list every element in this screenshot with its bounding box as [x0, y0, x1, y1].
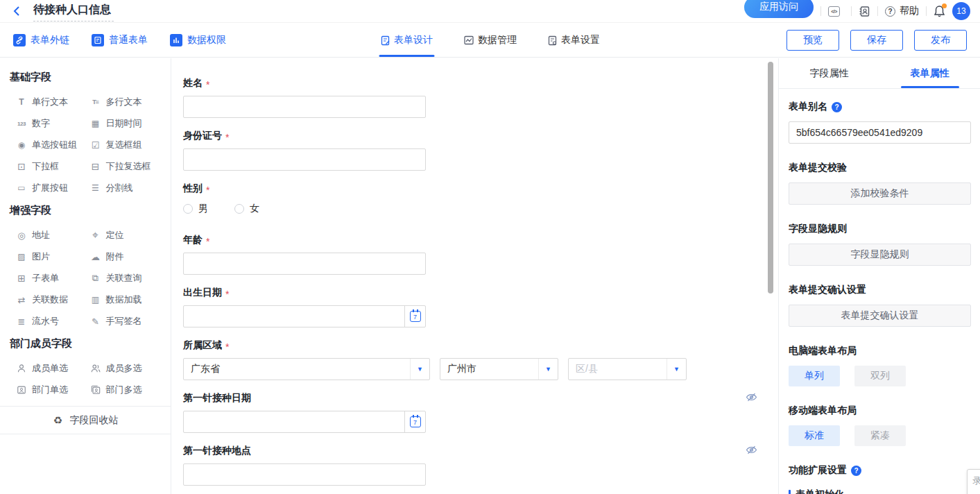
question-circle-icon[interactable]	[832, 102, 842, 112]
eye-off-icon[interactable]	[746, 391, 757, 406]
tab-form-settings[interactable]: 表单设置	[547, 24, 600, 57]
first-dose-date-input[interactable]	[184, 411, 404, 432]
sidebar-item-single-line-text[interactable]: 单行文本	[16, 96, 90, 108]
pc-layout-single-button[interactable]: 单列	[789, 366, 840, 386]
mobile-layout-standard-button[interactable]: 标准	[789, 425, 840, 446]
field-recycle-bin-button[interactable]: 字段回收站	[0, 406, 171, 434]
tab-form-design[interactable]: 表单设计	[380, 24, 433, 57]
submit-confirm-label: 表单提交确认设置	[789, 284, 971, 296]
question-circle-icon[interactable]	[851, 466, 861, 476]
calendar-button[interactable]	[404, 411, 425, 432]
tab-data-management[interactable]: 数据管理	[463, 24, 517, 57]
district-select[interactable]: 区/县	[568, 358, 687, 380]
extension-settings-label: 功能扩展设置	[789, 464, 971, 477]
required-mark: *	[225, 132, 229, 143]
sidebar-item-department-multi[interactable]: 部门多选	[90, 384, 164, 396]
calendar-button[interactable]	[404, 306, 425, 327]
name-input[interactable]	[183, 96, 426, 118]
record-label: 录制	[972, 475, 980, 486]
notification-bell-button[interactable]	[934, 5, 945, 17]
tab-form-properties[interactable]: 表单属性	[879, 58, 980, 88]
field-gender[interactable]: 性别* 男 女	[183, 182, 778, 216]
single-line-text-icon	[16, 96, 27, 108]
sidebar-item-radio-group[interactable]: 单选按钮组	[16, 139, 90, 151]
sidebar-item-multi-select[interactable]: 下拉复选框	[90, 160, 164, 173]
save-button[interactable]: 保存	[850, 30, 903, 51]
sidebar-item-multi-line-text[interactable]: 多行文本	[90, 96, 164, 108]
normal-form-button[interactable]: 普通表单	[92, 34, 148, 46]
visibility-rules-button[interactable]: 字段显隐规则	[789, 244, 971, 266]
form-external-link-button[interactable]: 表单外链	[13, 34, 69, 46]
field-birth-date[interactable]: 出生日期*	[183, 286, 778, 327]
app-access-button[interactable]: 应用访问	[744, 0, 814, 18]
sidebar-item-image[interactable]: 图片	[16, 250, 90, 263]
backend-script-button[interactable]	[828, 6, 844, 17]
gender-option-male[interactable]: 男	[183, 203, 208, 215]
people-icon	[90, 363, 101, 374]
sidebar-item-subform[interactable]: 子表单	[16, 272, 90, 284]
field-id-number-label: 身份证号*	[183, 129, 778, 143]
sidebar-item-signature[interactable]: 手写签名	[90, 315, 164, 327]
contact-book-button[interactable]	[859, 6, 870, 17]
age-input[interactable]	[183, 253, 426, 275]
sidebar-item-checkbox-group[interactable]: 复选框组	[90, 139, 164, 151]
sidebar-item-member-multi[interactable]: 成员多选	[90, 362, 164, 375]
sidebar-item-address[interactable]: 地址	[16, 229, 90, 241]
field-age[interactable]: 年龄*	[183, 233, 778, 275]
sidebar-item-locate[interactable]: 定位	[90, 229, 164, 241]
top-header: 待接种人口信息 应用访问 帮助 13	[0, 0, 980, 23]
panel-content: 表单别名 表单提交校验 添加校验条件 字段显隐规则 字段显隐规则 表单提交确认设…	[779, 89, 980, 494]
data-permission-button[interactable]: 数据权限	[170, 34, 226, 46]
record-overlay[interactable]: 录制	[967, 469, 980, 494]
publish-button[interactable]: 发布	[914, 30, 967, 51]
field-id-number[interactable]: 身份证号*	[183, 129, 778, 171]
sidebar-item-divider-line[interactable]: 分割线	[90, 182, 164, 194]
center-tabs: 表单设计 数据管理 表单设置	[380, 24, 600, 57]
mobile-layout-compact-button[interactable]: 紧凑	[854, 425, 906, 446]
chevron-down-icon[interactable]	[538, 359, 558, 380]
form-alias-input[interactable]	[789, 121, 971, 144]
field-first-dose-place[interactable]: 第一针接种地点	[183, 444, 778, 486]
field-first-dose-date[interactable]: 第一针接种日期	[183, 391, 778, 433]
sidebar-item-department-single[interactable]: 部门单选	[16, 384, 90, 396]
sidebar-item-linked-query[interactable]: 关联查询	[90, 272, 164, 284]
divider	[877, 6, 878, 16]
sidebar-item-serial-number[interactable]: 流水号	[16, 315, 90, 327]
id-number-input[interactable]	[183, 148, 426, 171]
sidebar-item-datetime[interactable]: 日期时间	[90, 117, 164, 130]
sidebar-item-number[interactable]: 数字	[16, 117, 90, 130]
canvas-scrollbar[interactable]	[768, 62, 773, 293]
back-icon[interactable]	[10, 4, 24, 18]
gender-option-female[interactable]: 女	[234, 203, 259, 215]
radio-unchecked-icon[interactable]	[234, 204, 244, 214]
submit-confirm-button[interactable]: 表单提交确认设置	[789, 305, 971, 327]
preview-button[interactable]: 预览	[786, 30, 839, 51]
field-region[interactable]: 所属区域* 广东省 广州市 区/县	[183, 339, 778, 380]
chevron-down-icon[interactable]	[667, 359, 686, 380]
field-name[interactable]: 姓名*	[183, 76, 778, 118]
sidebar-item-data-load[interactable]: 数据加载	[90, 293, 164, 306]
birth-date-input[interactable]	[184, 306, 404, 327]
image-icon	[16, 251, 27, 262]
eye-off-icon[interactable]	[746, 444, 757, 459]
first-dose-place-input[interactable]	[183, 463, 426, 486]
sidebar-item-linked-data[interactable]: 关联数据	[16, 293, 90, 306]
sidebar-item-extend-button[interactable]: 扩展按钮	[16, 182, 90, 194]
province-select[interactable]: 广东省	[183, 358, 430, 380]
add-check-condition-button[interactable]: 添加校验条件	[789, 182, 971, 205]
first-dose-date-picker[interactable]	[183, 411, 426, 433]
radio-unchecked-icon[interactable]	[183, 204, 193, 214]
sidebar-item-attachment[interactable]: 附件	[90, 250, 164, 263]
section-title-basic-fields: 基础字段	[10, 71, 164, 84]
city-select[interactable]: 广州市	[440, 358, 558, 380]
birth-date-picker[interactable]	[183, 305, 426, 327]
chevron-down-icon[interactable]	[410, 359, 429, 380]
sidebar-item-select[interactable]: 下拉框	[16, 160, 90, 173]
radio-icon	[16, 139, 27, 151]
tab-field-properties[interactable]: 字段属性	[779, 58, 879, 88]
avatar[interactable]: 13	[952, 2, 970, 20]
help-button[interactable]: 帮助	[885, 5, 919, 17]
toolbar: 表单外链 普通表单 数据权限 表单设计 数据管理	[0, 24, 980, 58]
sidebar-item-member-single[interactable]: 成员单选	[16, 362, 90, 375]
pc-layout-double-button[interactable]: 双列	[854, 366, 906, 386]
